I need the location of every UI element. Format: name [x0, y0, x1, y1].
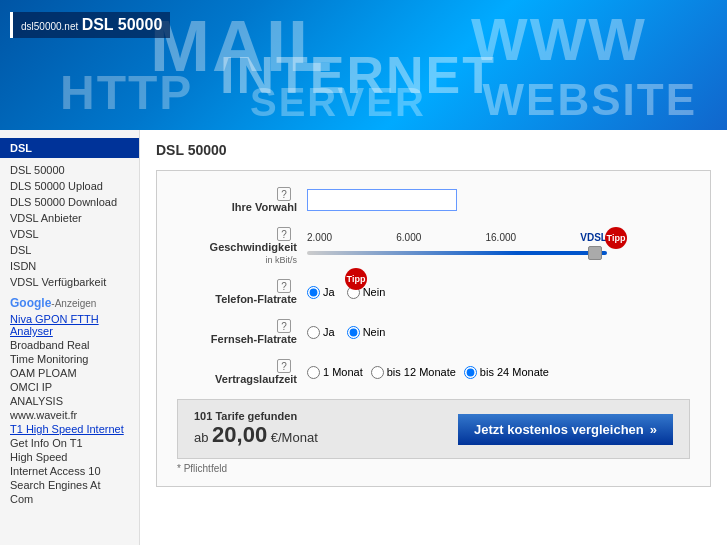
fernseh-ja-option[interactable]: Ja	[307, 326, 335, 339]
sidebar-ad-getinfo: Get Info On T1	[0, 436, 139, 450]
tipp-speed-badge: Tipp	[605, 227, 627, 249]
logo-box: dsl50000.net DSL 50000	[10, 12, 170, 38]
sidebar-item-dls-upload[interactable]: DLS 50000 Upload	[0, 178, 139, 194]
laufzeit-help-icon[interactable]: ?	[277, 359, 291, 373]
vorwahl-row: ? Ihre Vorwahl	[177, 187, 690, 213]
sidebar-ad-broadband: Broadband Real	[0, 338, 139, 352]
speed-label-6000: 6.000	[396, 232, 421, 243]
result-area: 101 Tarife gefunden ab 20,00 €/Monat Jet…	[194, 410, 673, 448]
sidebar-item-vdsl-verfugbarkeit[interactable]: VDSL Verfügbarkeit	[0, 274, 139, 290]
fernseh-radio-group: Ja Nein	[307, 326, 385, 339]
fernseh-row: ? Fernseh-Flatrate Ja Nein	[177, 319, 690, 345]
speed-slider-labels: 2.000 6.000 16.000 VDSL	[307, 232, 607, 243]
geschwindigkeit-help-icon[interactable]: ?	[277, 227, 291, 241]
compare-button[interactable]: Jetzt kostenlos vergleichen »	[458, 414, 673, 445]
laufzeit-24monate-option[interactable]: bis 24 Monate	[464, 366, 549, 379]
vorwahl-controls	[307, 189, 457, 211]
telefon-ja-option[interactable]: Ja	[307, 286, 335, 299]
header-website-text: WEBSITE	[483, 75, 697, 125]
main-container: DSL DSL 50000 DLS 50000 Upload DLS 50000…	[0, 130, 727, 545]
laufzeit-1monat-option[interactable]: 1 Monat	[307, 366, 363, 379]
laufzeit-24monate-label: bis 24 Monate	[480, 366, 549, 378]
price-prefix: ab	[194, 430, 208, 445]
sidebar-item-vdsl[interactable]: VDSL	[0, 226, 139, 242]
result-box: 101 Tarife gefunden ab 20,00 €/Monat Jet…	[177, 399, 690, 459]
speed-slider-track[interactable]: Tipp	[307, 245, 607, 261]
laufzeit-24monate-radio[interactable]	[464, 366, 477, 379]
fernseh-nein-option[interactable]: Nein	[347, 326, 386, 339]
fernseh-nein-radio[interactable]	[347, 326, 360, 339]
telefon-ja-label: Ja	[323, 286, 335, 298]
sidebar-item-dls-download[interactable]: DLS 50000 Download	[0, 194, 139, 210]
compare-btn-arrow: »	[650, 422, 657, 437]
pflichtfeld-text: * Pflichtfeld	[177, 463, 690, 474]
result-tarife: 101 Tarife gefunden	[194, 410, 448, 422]
sidebar-ad-search-engines: Search Engines At	[0, 478, 139, 492]
geschwindigkeit-controls: 2.000 6.000 16.000 VDSL Tipp	[307, 232, 607, 261]
telefon-label: Telefon-Flatrate	[177, 293, 297, 305]
speed-label-2000: 2.000	[307, 232, 332, 243]
header-http-text: HTTP	[60, 65, 193, 120]
vorwahl-input[interactable]	[307, 189, 457, 211]
price-value: 20,00	[212, 422, 267, 447]
header-server-text: SERVER	[250, 80, 426, 125]
laufzeit-12monate-option[interactable]: bis 12 Monate	[371, 366, 456, 379]
telefon-radio-group: Ja Nein	[307, 286, 385, 299]
telefon-nein-label: Nein	[363, 286, 386, 298]
sidebar-ad-omci: OMCI IP	[0, 380, 139, 394]
form-panel: ? Ihre Vorwahl ? Geschwindigkeit in kBit…	[156, 170, 711, 487]
compare-btn-label: Jetzt kostenlos vergleichen	[474, 422, 644, 437]
fernseh-help-icon[interactable]: ?	[277, 319, 291, 333]
sidebar-item-dsl50000[interactable]: DSL 50000	[0, 162, 139, 178]
speed-label-16000: 16.000	[486, 232, 517, 243]
vorwahl-help-icon[interactable]: ?	[277, 187, 291, 201]
telefon-controls: Ja Nein Tipp	[307, 286, 385, 299]
telefon-ja-radio[interactable]	[307, 286, 320, 299]
geschwindigkeit-label-group: ? Geschwindigkeit in kBit/s	[177, 227, 307, 265]
laufzeit-radio-group: 1 Monat bis 12 Monate bis 24 Monate	[307, 366, 549, 379]
sidebar-ad-waveit: www.waveit.fr	[0, 408, 139, 422]
vorwahl-label-group: ? Ihre Vorwahl	[177, 187, 307, 213]
sidebar-ad-niva[interactable]: Niva GPON FTTH Analyser	[0, 312, 139, 338]
telefon-help-icon[interactable]: ?	[277, 279, 291, 293]
tarife-count: 101 Tarife gefunden	[194, 410, 297, 422]
sidebar-item-dsl[interactable]: DSL	[0, 242, 139, 258]
laufzeit-12monate-radio[interactable]	[371, 366, 384, 379]
fernseh-controls: Ja Nein	[307, 326, 385, 339]
logo-name: DSL 50000	[82, 16, 163, 33]
sidebar-item-isdn[interactable]: ISDN	[0, 258, 139, 274]
fernseh-nein-label: Nein	[363, 326, 386, 338]
telefon-label-group: ? Telefon-Flatrate	[177, 279, 307, 305]
laufzeit-controls: 1 Monat bis 12 Monate bis 24 Monate	[307, 366, 549, 379]
fernseh-label-group: ? Fernseh-Flatrate	[177, 319, 307, 345]
geschwindigkeit-row: ? Geschwindigkeit in kBit/s 2.000 6.000 …	[177, 227, 690, 265]
laufzeit-label-group: ? Vertragslaufzeit	[177, 359, 307, 385]
header-www-text: WWW	[471, 5, 647, 74]
laufzeit-1monat-radio[interactable]	[307, 366, 320, 379]
page-title: DSL 50000	[156, 142, 711, 158]
sidebar-ad-internet-access: Internet Access 10	[0, 464, 139, 478]
geschwindigkeit-sublabel: in kBit/s	[265, 255, 297, 265]
fernseh-label: Fernseh-Flatrate	[177, 333, 297, 345]
tipp-telefon-badge: Tipp	[345, 268, 367, 290]
header: dsl50000.net DSL 50000 MAIL WWW INTERNET…	[0, 0, 727, 130]
laufzeit-12monate-label: bis 12 Monate	[387, 366, 456, 378]
content-area: DSL 50000 ? Ihre Vorwahl ? Geschwindigke…	[140, 130, 727, 545]
laufzeit-label: Vertragslaufzeit	[177, 373, 297, 385]
sidebar-ad-oam: OAM PLOAM	[0, 366, 139, 380]
price-suffix: €/Monat	[271, 430, 318, 445]
speed-slider-container: 2.000 6.000 16.000 VDSL Tipp	[307, 232, 607, 261]
laufzeit-row: ? Vertragslaufzeit 1 Monat bis 12 Monate	[177, 359, 690, 385]
result-price: ab 20,00 €/Monat	[194, 422, 448, 448]
google-text: Google	[10, 296, 51, 310]
speed-label-vdsl: VDSL	[580, 232, 607, 243]
sidebar-ad-time: Time Monitoring	[0, 352, 139, 366]
sidebar-google-label: Google-Anzeigen	[0, 290, 139, 312]
sidebar-ad-highspeed: High Speed	[0, 450, 139, 464]
anzeigen-text: -Anzeigen	[51, 298, 96, 309]
sidebar-ad-t1[interactable]: T1 High Speed Internet	[0, 422, 139, 436]
sidebar-item-vdsl-anbieter[interactable]: VDSL Anbieter	[0, 210, 139, 226]
fernseh-ja-radio[interactable]	[307, 326, 320, 339]
geschwindigkeit-label: Geschwindigkeit	[177, 241, 297, 253]
speed-slider-thumb[interactable]	[588, 246, 602, 260]
